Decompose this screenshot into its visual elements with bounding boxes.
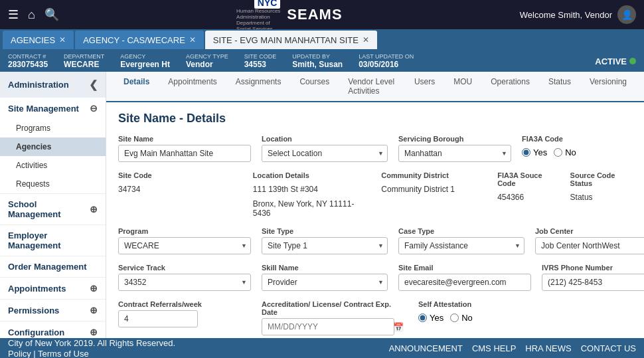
seams-title: SEAMS bbox=[287, 6, 342, 23]
calendar-icon[interactable]: 📅 bbox=[393, 322, 404, 332]
program-select[interactable]: WECARE bbox=[118, 237, 251, 254]
service-track-select[interactable]: 34352 bbox=[118, 274, 251, 291]
sidebar-section-header-employer-management[interactable]: Employer Management bbox=[0, 225, 106, 256]
footer: City of New York 2019. All Rights Reserv… bbox=[0, 338, 644, 358]
sidebar-section-school-management: School Management ⊕ bbox=[0, 194, 106, 225]
accreditation-label: Accreditation/ License/ Contract Exp. Da… bbox=[262, 300, 408, 316]
location-details-line2: Bronx, New York, NY 11111-5436 bbox=[253, 196, 371, 218]
sidebar-section-configuration: Configuration ⊕ bbox=[0, 321, 106, 338]
footer-link-hra-news[interactable]: HRA NEWS bbox=[525, 343, 571, 353]
hamburger-icon[interactable]: ☰ bbox=[8, 7, 19, 22]
subtab-courses[interactable]: Courses bbox=[290, 72, 339, 102]
fia3a-source-label: FIA3A Souce Code bbox=[497, 171, 559, 187]
configuration-expand-icon: ⊕ bbox=[90, 327, 98, 337]
source-code-status-value: Status bbox=[570, 189, 632, 202]
form-group-service-track: Service Track 34352 bbox=[118, 264, 251, 291]
servicing-borough-select[interactable]: Manhattan bbox=[398, 145, 511, 162]
skill-name-label: Skill Name bbox=[262, 264, 388, 272]
form-row-4: Service Track 34352 Skill Name Provider bbox=[118, 264, 632, 291]
info-department: Department WECARE bbox=[64, 53, 104, 69]
footer-copyright: City of New York 2019. All Rights Reserv… bbox=[8, 338, 175, 348]
info-last-updated: Last Updated On 03/05/2016 bbox=[359, 53, 414, 69]
form-group-site-email: Site Email bbox=[398, 264, 531, 291]
sidebar-section-header-school-management[interactable]: School Management ⊕ bbox=[0, 194, 106, 224]
subtab-users[interactable]: Users bbox=[405, 72, 444, 102]
self-attestation-yes-label[interactable]: Yes bbox=[418, 313, 443, 323]
skill-name-select-wrapper: Provider bbox=[262, 274, 388, 291]
form-area: Site Name - Details Site Name Location S… bbox=[106, 102, 644, 338]
subtab-mou[interactable]: MOU bbox=[444, 72, 481, 102]
fia3a-no-label[interactable]: No bbox=[554, 147, 576, 157]
fia3a-yes-radio[interactable] bbox=[522, 148, 530, 157]
subtab-versioning[interactable]: Versioning bbox=[580, 72, 636, 102]
ivrs-phone-input[interactable] bbox=[542, 274, 644, 291]
close-tab-site[interactable]: ✕ bbox=[362, 35, 369, 45]
form-group-site-name: Site Name bbox=[118, 135, 251, 162]
case-type-select-wrapper: Family Assistance bbox=[398, 237, 524, 254]
tab-agency-caswecare[interactable]: AGENCY - CAS/WECARE ✕ bbox=[75, 31, 204, 49]
location-select[interactable]: Select Location bbox=[262, 145, 388, 162]
site-type-select[interactable]: Site Type 1 bbox=[262, 237, 388, 254]
site-name-label: Site Name bbox=[118, 135, 251, 143]
subtab-details[interactable]: Details bbox=[114, 72, 159, 102]
contract-referrals-label: Contract Referrals/week bbox=[118, 300, 251, 308]
footer-policy-links[interactable]: Policy | Terms of Use bbox=[8, 349, 175, 359]
location-details-label: Location Details bbox=[253, 171, 371, 179]
user-avatar[interactable]: 👤 bbox=[617, 5, 636, 24]
case-type-select[interactable]: Family Assistance bbox=[398, 237, 524, 254]
form-group-servicing-borough: Servicing Borough Manhattan bbox=[398, 135, 511, 162]
close-tab-agencies[interactable]: ✕ bbox=[59, 35, 66, 45]
footer-link-contact-us[interactable]: CONTACT US bbox=[581, 343, 636, 353]
sidebar-section-header-appointments[interactable]: Appointments ⊕ bbox=[0, 278, 106, 299]
permissions-expand-icon: ⊕ bbox=[90, 305, 98, 315]
sidebar-section-header-site-management[interactable]: Site Management ⊖ bbox=[0, 98, 106, 119]
subtab-status[interactable]: Status bbox=[539, 72, 580, 102]
site-email-label: Site Email bbox=[398, 264, 531, 272]
sidebar-item-programs[interactable]: Programs bbox=[0, 119, 106, 137]
self-attestation-no-label[interactable]: No bbox=[450, 313, 473, 323]
fia3a-yes-label[interactable]: Yes bbox=[522, 147, 547, 157]
tab-agencies[interactable]: AGENCIES ✕ bbox=[3, 31, 74, 49]
skill-name-select[interactable]: Provider bbox=[262, 274, 388, 291]
sidebar-section-appointments: Appointments ⊕ bbox=[0, 278, 106, 300]
sidebar-item-activities[interactable]: Activities bbox=[0, 156, 106, 175]
self-attestation-radio-group: Yes No bbox=[418, 313, 473, 323]
self-attestation-no-radio[interactable] bbox=[450, 313, 459, 322]
sidebar-header: Administration ❮ bbox=[0, 72, 106, 98]
subtab-assignments[interactable]: Assignments bbox=[226, 72, 291, 102]
site-type-label: Site Type bbox=[262, 227, 388, 235]
home-icon[interactable]: ⌂ bbox=[28, 8, 35, 22]
nyc-logo: NYC bbox=[254, 0, 281, 9]
fia3a-no-radio[interactable] bbox=[554, 148, 562, 157]
subtab-appointments[interactable]: Appointments bbox=[159, 72, 226, 102]
form-group-program: Program WECARE bbox=[118, 227, 251, 254]
user-area: Welcome Smith, Vendor 👤 bbox=[520, 5, 636, 24]
self-attestation-yes-radio[interactable] bbox=[418, 313, 427, 322]
footer-links: ANNOUNCEMENT CMS HELP HRA NEWS CONTACT U… bbox=[389, 343, 636, 353]
accreditation-input[interactable] bbox=[262, 318, 394, 335]
footer-link-cms-help[interactable]: CMS HELP bbox=[472, 343, 516, 353]
subtab-operations[interactable]: Operations bbox=[481, 72, 539, 102]
community-district-label: Community District bbox=[381, 171, 487, 179]
contract-referrals-input[interactable] bbox=[118, 310, 198, 327]
sidebar-collapse-button[interactable]: ❮ bbox=[89, 78, 98, 91]
fia3a-code-radio-group: Yes No bbox=[522, 147, 576, 157]
sidebar-item-requests[interactable]: Requests bbox=[0, 175, 106, 193]
sidebar-section-order-management: Order Management bbox=[0, 256, 106, 278]
search-icon[interactable]: 🔍 bbox=[44, 7, 59, 22]
sidebar-section-header-permissions[interactable]: Permissions ⊕ bbox=[0, 300, 106, 321]
sidebar-section-header-configuration[interactable]: Configuration ⊕ bbox=[0, 321, 106, 338]
close-tab-agency[interactable]: ✕ bbox=[189, 35, 196, 45]
site-name-input[interactable] bbox=[118, 145, 251, 162]
location-label: Location bbox=[262, 135, 388, 143]
info-agency-type: Agency Type Vendor bbox=[186, 53, 228, 69]
site-email-input[interactable] bbox=[398, 274, 531, 291]
appointments-label: Appointments bbox=[8, 284, 66, 294]
footer-link-announcement[interactable]: ANNOUNCEMENT bbox=[389, 343, 463, 353]
sidebar-section-header-order-management[interactable]: Order Management bbox=[0, 256, 106, 277]
sidebar-item-agencies[interactable]: Agencies bbox=[0, 137, 106, 156]
subtab-vendor-level[interactable]: Vendor Level Activities bbox=[339, 72, 405, 102]
job-center-select[interactable]: Job Center NorthWest bbox=[535, 237, 644, 254]
tab-site-evg[interactable]: SITE - EVG MAIN MANHATTAN SITE ✕ bbox=[205, 31, 377, 49]
configuration-label: Configuration bbox=[8, 327, 64, 337]
